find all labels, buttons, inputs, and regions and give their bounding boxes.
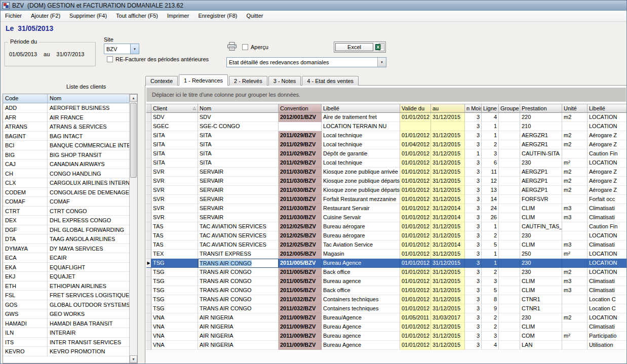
grid-cell[interactable] bbox=[499, 259, 520, 268]
grid-cell[interactable]: Magasin bbox=[322, 250, 400, 259]
grid-cell[interactable]: Local technique bbox=[322, 140, 400, 149]
grid-cell[interactable]: CLIM bbox=[520, 204, 562, 213]
grid-cell[interactable]: Bureau/Agence bbox=[322, 313, 400, 322]
client-row[interactable]: EKJEQUAJET bbox=[3, 272, 130, 281]
grid-cell[interactable]: Aérogare Z bbox=[587, 168, 627, 177]
grid-cell[interactable]: 3 bbox=[465, 268, 482, 277]
grid-cell[interactable]: Aérogare Z bbox=[587, 186, 627, 195]
print-icon[interactable] bbox=[226, 42, 238, 51]
grid-cell[interactable]: 31/12/2015 bbox=[431, 304, 465, 313]
grid-cell[interactable]: m2 bbox=[562, 131, 587, 140]
grid-cell[interactable]: TAC AVIATION SERVICES bbox=[198, 231, 279, 240]
grid-cell[interactable]: 31/12/2015 bbox=[431, 250, 465, 259]
grid-cell[interactable] bbox=[562, 149, 587, 158]
grid-cell[interactable]: TSG bbox=[151, 304, 198, 313]
grid-cell[interactable]: m² bbox=[562, 332, 587, 341]
grid-row[interactable]: SDVSDV2012/001/BZVAire de traitement fre… bbox=[146, 113, 627, 122]
grid-cell[interactable] bbox=[562, 295, 587, 304]
grid-cell[interactable] bbox=[499, 332, 520, 341]
grid-cell[interactable]: 01/05/2011 bbox=[400, 313, 431, 322]
grid-cell[interactable]: SERVAIR bbox=[198, 186, 279, 195]
grid-cell[interactable]: Bureau Agence bbox=[322, 341, 400, 350]
grid-cell[interactable]: AIR NIGERIA bbox=[198, 322, 279, 332]
grid-row[interactable]: TASTAC AVIATION SERVICES2012/025/BZVBure… bbox=[146, 222, 627, 231]
site-dropdown-arrow-icon[interactable]: ▼ bbox=[130, 44, 139, 54]
grid-cell[interactable]: Bureau agence bbox=[322, 277, 400, 286]
grid-cell[interactable]: SITA bbox=[151, 158, 198, 168]
grid-cell[interactable] bbox=[431, 122, 465, 131]
report-dropdown-arrow-icon[interactable]: ▼ bbox=[377, 58, 386, 67]
grid-cell[interactable]: m3 bbox=[562, 204, 587, 213]
grid-cell[interactable]: Tac Aviation Service bbox=[322, 240, 400, 250]
grid-cell[interactable]: CLIM bbox=[520, 277, 562, 286]
grid-cell[interactable]: TSG bbox=[151, 259, 198, 268]
grid-cell[interactable]: VNA bbox=[151, 313, 198, 322]
grid-cell[interactable]: TSG bbox=[151, 277, 198, 286]
grid-cell[interactable]: 230 bbox=[520, 313, 562, 322]
grid-cell[interactable]: SITA bbox=[151, 149, 198, 158]
grid-row[interactable]: VNAAIR NIGERIA2011/009/BZVBureau Agence0… bbox=[146, 341, 627, 350]
client-row[interactable]: BCIBANQUE COMMERCIALE INTERN bbox=[3, 141, 130, 150]
client-name-cell[interactable]: INTERAIR bbox=[48, 328, 130, 338]
grid-cell[interactable]: 1 bbox=[482, 259, 499, 268]
grid-cell[interactable] bbox=[562, 304, 587, 313]
grid-cell[interactable]: TAC AVIATION SERVICES bbox=[198, 240, 279, 250]
grid-cell[interactable]: Cuisine Servair bbox=[322, 213, 400, 222]
grid-cell[interactable]: Back office bbox=[322, 286, 400, 295]
grid-column-header-ligne-7[interactable]: Ligne bbox=[482, 104, 499, 113]
grid-cell[interactable]: 31/12/2014 bbox=[431, 240, 465, 250]
grid-cell[interactable]: TAS bbox=[151, 231, 198, 240]
client-code-cell[interactable]: KEVRO bbox=[3, 347, 48, 356]
grid-cell[interactable]: 01/01/2012 bbox=[400, 149, 431, 158]
client-code-cell[interactable]: ETH bbox=[3, 281, 48, 291]
grid-cell[interactable]: 3 bbox=[465, 158, 482, 168]
client-code-cell[interactable]: DEX bbox=[3, 216, 48, 225]
grid-cell[interactable]: CLIM bbox=[520, 286, 562, 295]
grid-cell[interactable]: 2011/029/BZV bbox=[279, 131, 322, 140]
menu-item-supprimer-f4[interactable]: Supprimer (F4) bbox=[65, 11, 111, 21]
grid-row[interactable]: SVRSERVAIR2011/030/BZVRestaurant Servair… bbox=[146, 204, 627, 213]
grid-column-header-libell-11[interactable]: Libellé bbox=[587, 104, 627, 113]
grid-cell[interactable]: 3 bbox=[465, 322, 482, 332]
grid-cell[interactable]: 31/12/2015 bbox=[431, 140, 465, 149]
grid-cell[interactable]: Utilisation bbox=[587, 341, 627, 350]
grid-row[interactable]: SITASITA2011/029/BZVDépôt de garantie01/… bbox=[146, 149, 627, 158]
grid-cell[interactable] bbox=[562, 231, 587, 240]
grid-cell[interactable]: AIR NIGERIA bbox=[198, 313, 279, 322]
grid-cell[interactable]: Kiosque zone publique départs bbox=[322, 177, 400, 186]
grid-cell[interactable]: 31/12/2015 bbox=[431, 158, 465, 168]
grid-cell[interactable]: 3 bbox=[465, 286, 482, 295]
grid-cell[interactable] bbox=[562, 341, 587, 350]
grid-cell[interactable]: 1 bbox=[482, 131, 499, 140]
grid-cell[interactable]: 3 bbox=[465, 250, 482, 259]
client-row[interactable]: DYMAYADY MAYA SERVICES bbox=[3, 244, 130, 254]
grid-cell[interactable]: 2011/030/BZV bbox=[279, 213, 322, 222]
grid-cell[interactable]: TSG bbox=[151, 295, 198, 304]
grid-cell[interactable]: CLIM bbox=[520, 322, 562, 332]
client-row[interactable]: DGFDHL GLOBAL FORWARDING bbox=[3, 225, 130, 235]
grid-cell[interactable]: SVR bbox=[151, 195, 198, 204]
grid-column-header-prestation-9[interactable]: Prestation bbox=[520, 104, 562, 113]
grid-cell[interactable]: 31/12/2015 bbox=[431, 259, 465, 268]
grid-cell[interactable]: Bureau Agence bbox=[322, 322, 400, 332]
grid-cell[interactable]: 1 bbox=[482, 122, 499, 131]
grid-cell[interactable]: 2011/009/BZV bbox=[279, 322, 322, 332]
grid-cell[interactable]: 3 bbox=[465, 259, 482, 268]
grid-cell[interactable]: SERVAIR bbox=[198, 168, 279, 177]
grid-cell[interactable]: TSG bbox=[151, 268, 198, 277]
client-row[interactable]: BAGINTBAG INTACT bbox=[3, 132, 130, 141]
grid-cell[interactable]: m2 bbox=[562, 140, 587, 149]
grid-column-header-nom-1[interactable]: Nom bbox=[198, 104, 279, 113]
grid-cell[interactable]: TRANS AIR CONGO bbox=[198, 295, 279, 304]
grid-cell[interactable]: SERVAIR bbox=[198, 213, 279, 222]
grid-row[interactable]: TSGTRANS AIR CONGO2011/032/BZVContainers… bbox=[146, 295, 627, 304]
client-name-cell[interactable]: KEVRO PROMOTION bbox=[48, 347, 130, 356]
grid-cell[interactable]: 01/01/2012 bbox=[400, 168, 431, 177]
grid-cell[interactable]: m2 bbox=[562, 268, 587, 277]
grid-cell[interactable]: LOCATION bbox=[587, 158, 627, 168]
grid-cell[interactable]: TRANS AIR CONGO bbox=[198, 277, 279, 286]
grid-cell[interactable]: SERVAIR bbox=[198, 177, 279, 186]
grid-cell[interactable]: 01/01/2012 bbox=[400, 332, 431, 341]
grid-cell[interactable]: 2 bbox=[482, 313, 499, 322]
client-row[interactable]: KEVROKEVRO PROMOTION bbox=[3, 347, 130, 356]
